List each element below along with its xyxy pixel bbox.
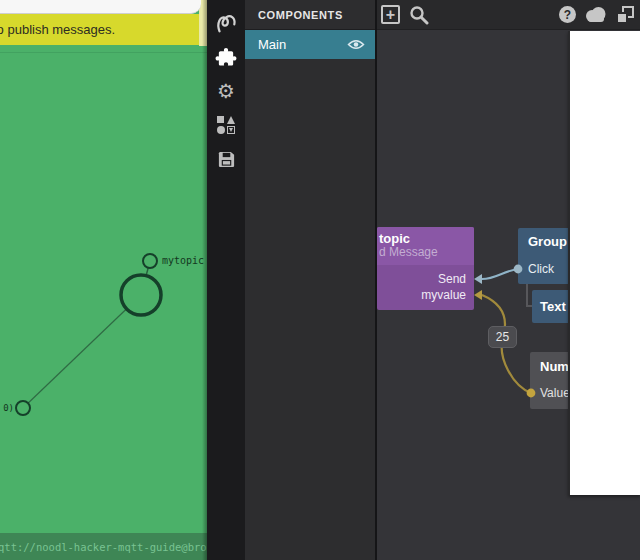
node-title: topic (379, 231, 474, 246)
components-panel-header: COMPONENTS (245, 0, 375, 30)
mqtt-banner-text: to publish messages. (0, 22, 115, 37)
port-send[interactable]: Send (438, 272, 466, 286)
noodl-editor: mytopic 0) to publish messages. qtt://no… (0, 0, 640, 560)
preview-section-divider (0, 52, 207, 53)
components-panel: COMPONENTS Main (245, 0, 377, 560)
popup-panel (568, 31, 640, 495)
add-node-icon[interactable]: + (381, 5, 400, 24)
port-value[interactable]: Value (540, 386, 570, 400)
edge-node-marker[interactable] (16, 401, 30, 415)
broker-url-text: qtt://noodl-hacker-mqtt-guide@broker.shi… (0, 541, 207, 553)
settings-gear-icon[interactable]: ⚙ (207, 76, 245, 106)
components-puzzle-icon[interactable] (207, 42, 245, 72)
node-title: Text (540, 299, 566, 314)
broker-url-bar: qtt://noodl-hacker-mqtt-guide@broker.shi… (0, 533, 207, 560)
search-icon[interactable] (409, 5, 429, 25)
noodl-logo-icon[interactable] (207, 8, 245, 38)
mytopic-marker-label: mytopic (162, 255, 204, 266)
preview-window-topbar (0, 0, 201, 14)
mqtt-banner: to publish messages. (0, 14, 202, 45)
port-myvalue[interactable]: myvalue (421, 288, 466, 302)
save-icon[interactable] (207, 144, 245, 174)
partial-marker-label: 0) (0, 403, 14, 413)
node-send-message-header: topic d Message (377, 227, 474, 265)
component-item-main[interactable]: Main (245, 30, 375, 59)
windows-icon[interactable] (616, 6, 634, 24)
sidebar-icon-strip: ⚙ (207, 0, 245, 560)
cloud-icon[interactable] (584, 6, 608, 23)
mytopic-marker[interactable] (143, 254, 157, 268)
component-item-label: Main (258, 37, 347, 52)
node-send-message[interactable]: topic d Message Send myvalue (377, 227, 474, 310)
connection-value-badge: 25 (488, 326, 517, 348)
app-preview-viewport[interactable]: mytopic 0) to publish messages. qtt://no… (0, 0, 207, 560)
canvas-toolbar: + ? (377, 0, 640, 30)
eye-icon[interactable] (347, 38, 365, 51)
components-panel-title: COMPONENTS (258, 9, 343, 21)
preview-graph-lines (0, 0, 207, 560)
port-click[interactable]: Click (528, 262, 554, 276)
node-subtitle: d Message (379, 245, 474, 259)
big-node-marker[interactable] (121, 275, 161, 315)
node-library-icon[interactable] (207, 110, 245, 140)
help-icon[interactable]: ? (559, 6, 576, 23)
